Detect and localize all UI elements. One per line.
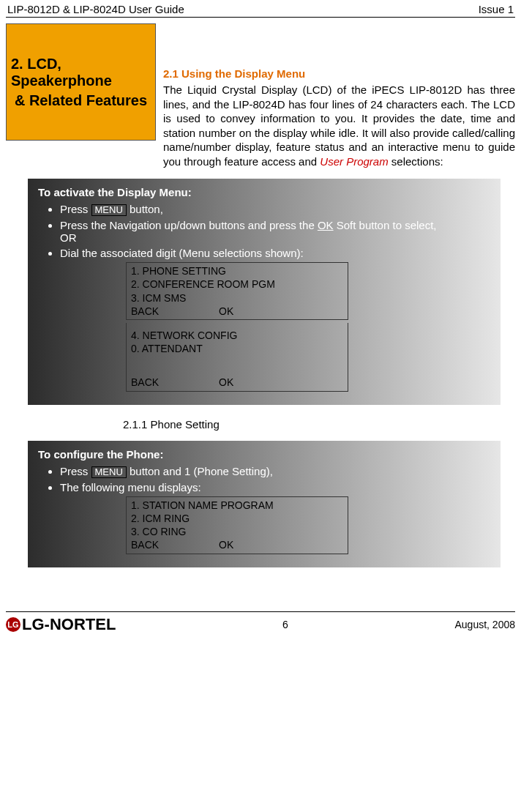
lcd3-back: BACK: [131, 538, 219, 551]
lcd-box-2: 4. NETWORK CONFIG 0. ATTENDANT BACK OK: [126, 323, 348, 392]
lcd1-l2: 2. CONFERENCE ROOM PGM: [131, 278, 343, 291]
chapter-line1: 2. LCD, Speakerphone: [11, 56, 151, 89]
page-number: 6: [116, 619, 454, 630]
panel1-bullet-2: Press the Navigation up/down buttons and…: [60, 219, 490, 244]
page-header: LIP-8012D & LIP-8024D User Guide Issue 1: [6, 0, 515, 18]
lcd2-l1: 4. NETWORK CONFIG: [131, 329, 343, 342]
panel1-b1b: button,: [127, 203, 163, 215]
chapter-line2: & Related Features: [15, 92, 147, 109]
panel1-bullet-3: Dial the associated digit (Menu selectio…: [60, 247, 490, 391]
user-program-text: User Program: [320, 155, 388, 168]
body-suffix: selections:: [389, 155, 443, 168]
header-right: Issue 1: [479, 3, 514, 15]
panel2-bullet-1: Press MENU button and 1 (Phone Setting),: [60, 465, 490, 478]
lcd-box-1: 1. PHONE SETTING 2. CONFERENCE ROOM PGM …: [126, 262, 348, 320]
lcd3-l1: 1. STATION NAME PROGRAM: [131, 499, 343, 512]
panel1-bullet-1: Press MENU button,: [60, 203, 490, 216]
configure-phone-panel: To configure the Phone: Press MENU butto…: [28, 441, 501, 567]
panel1-b1a: Press: [60, 203, 91, 215]
header-left: LIP-8012D & LIP-8024D User Guide: [7, 3, 184, 15]
page-footer: LG LG-NORTEL 6 August, 2008: [6, 611, 515, 634]
menu-button-label-2: MENU: [91, 466, 127, 478]
brand-logo: LG LG-NORTEL: [6, 615, 116, 634]
panel2-b2: The following menu displays:: [60, 481, 201, 493]
panel1-b3: Dial the associated digit (Menu selectio…: [60, 247, 304, 259]
panel2-b1a: Press: [60, 465, 91, 477]
lcd3-l3: 3. CO RING: [131, 525, 343, 538]
panel1-title: To activate the Display Menu:: [38, 186, 490, 198]
panel2-title: To configure the Phone:: [38, 448, 490, 461]
panel1-b2b: Soft button to select,: [334, 219, 437, 231]
lcd1-l3: 3. ICM SMS: [131, 291, 343, 305]
lcd3-ok: OK: [219, 538, 343, 551]
lcd3-l2: 2. ICM RING: [131, 512, 343, 525]
lcd1-l1: 1. PHONE SETTING: [131, 264, 343, 278]
subsection-heading: 2.1.1 Phone Setting: [123, 418, 515, 431]
panel1-b2a: Press the Navigation up/down buttons and…: [60, 219, 318, 231]
chapter-box: 2. LCD, Speakerphone & Related Features: [6, 23, 156, 141]
lcd2-l2: 0. ATTENDANT: [131, 342, 343, 355]
lcd1-ok: OK: [219, 305, 343, 318]
brand-text: LG-NORTEL: [22, 615, 116, 634]
lcd1-back: BACK: [131, 305, 219, 318]
activate-display-menu-panel: To activate the Display Menu: Press MENU…: [28, 179, 501, 405]
section-heading: 2.1 Using the Display Menu: [163, 67, 515, 80]
menu-button-label: MENU: [91, 204, 127, 216]
footer-date: August, 2008: [454, 619, 515, 630]
lcd2-back: BACK: [131, 376, 219, 389]
panel2-bullet-2: The following menu displays: 1. STATION …: [60, 481, 490, 554]
section-body: The Liquid Crystal Display (LCD) of the …: [163, 83, 515, 168]
or-text: OR: [60, 231, 77, 244]
lcd2-ok: OK: [219, 376, 343, 389]
lcd-box-3: 1. STATION NAME PROGRAM 2. ICM RING 3. C…: [126, 496, 348, 554]
panel2-b1b: button and 1 (Phone Setting),: [127, 465, 273, 477]
lg-icon: LG: [6, 617, 20, 632]
ok-soft-button-text: OK: [318, 219, 334, 231]
